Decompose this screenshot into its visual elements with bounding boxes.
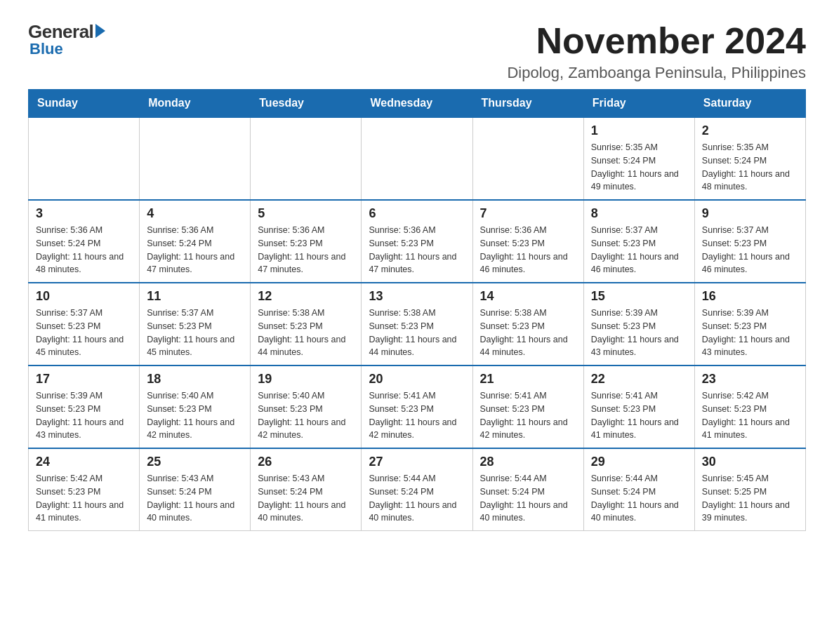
day-number: 3 [36, 206, 132, 221]
day-info: Sunrise: 5:36 AM Sunset: 5:24 PM Dayligh… [36, 224, 132, 276]
calendar-table: SundayMondayTuesdayWednesdayThursdayFrid… [28, 89, 806, 531]
page-title: November 2024 [507, 21, 806, 61]
day-number: 9 [702, 206, 798, 221]
day-number: 18 [147, 372, 243, 387]
day-number: 7 [480, 206, 576, 221]
calendar-cell: 29Sunrise: 5:44 AM Sunset: 5:24 PM Dayli… [583, 448, 694, 531]
day-info: Sunrise: 5:35 AM Sunset: 5:24 PM Dayligh… [702, 141, 798, 194]
day-info: Sunrise: 5:41 AM Sunset: 5:23 PM Dayligh… [591, 389, 687, 442]
day-info: Sunrise: 5:42 AM Sunset: 5:23 PM Dayligh… [36, 472, 132, 525]
calendar-cell [472, 117, 583, 200]
week-row-2: 3Sunrise: 5:36 AM Sunset: 5:24 PM Daylig… [29, 200, 806, 283]
calendar-cell: 17Sunrise: 5:39 AM Sunset: 5:23 PM Dayli… [29, 365, 140, 448]
week-row-1: 1Sunrise: 5:35 AM Sunset: 5:24 PM Daylig… [29, 117, 806, 200]
day-number: 11 [147, 289, 243, 304]
calendar-cell: 14Sunrise: 5:38 AM Sunset: 5:23 PM Dayli… [472, 283, 583, 365]
calendar-cell: 15Sunrise: 5:39 AM Sunset: 5:23 PM Dayli… [583, 283, 694, 365]
day-info: Sunrise: 5:39 AM Sunset: 5:23 PM Dayligh… [591, 307, 687, 359]
day-number: 23 [702, 372, 798, 387]
day-info: Sunrise: 5:44 AM Sunset: 5:24 PM Dayligh… [591, 472, 687, 525]
week-row-4: 17Sunrise: 5:39 AM Sunset: 5:23 PM Dayli… [29, 365, 806, 448]
calendar-cell: 30Sunrise: 5:45 AM Sunset: 5:25 PM Dayli… [694, 448, 805, 531]
logo-blue-text: Blue [29, 40, 63, 58]
day-info: Sunrise: 5:38 AM Sunset: 5:23 PM Dayligh… [480, 307, 576, 359]
day-number: 17 [36, 372, 132, 387]
logo-triangle-icon [95, 24, 105, 38]
day-info: Sunrise: 5:36 AM Sunset: 5:23 PM Dayligh… [480, 224, 576, 276]
calendar-cell: 9Sunrise: 5:37 AM Sunset: 5:23 PM Daylig… [694, 200, 805, 283]
day-info: Sunrise: 5:40 AM Sunset: 5:23 PM Dayligh… [258, 389, 354, 442]
calendar-cell [29, 117, 140, 200]
day-number: 27 [369, 455, 465, 469]
day-info: Sunrise: 5:41 AM Sunset: 5:23 PM Dayligh… [369, 389, 465, 442]
col-header-monday: Monday [140, 90, 251, 118]
day-info: Sunrise: 5:42 AM Sunset: 5:23 PM Dayligh… [702, 389, 798, 442]
day-info: Sunrise: 5:36 AM Sunset: 5:23 PM Dayligh… [258, 224, 354, 276]
day-info: Sunrise: 5:43 AM Sunset: 5:24 PM Dayligh… [258, 472, 354, 525]
calendar-cell: 24Sunrise: 5:42 AM Sunset: 5:23 PM Dayli… [29, 448, 140, 531]
col-header-friday: Friday [583, 90, 694, 118]
day-info: Sunrise: 5:36 AM Sunset: 5:24 PM Dayligh… [147, 224, 243, 276]
day-info: Sunrise: 5:36 AM Sunset: 5:23 PM Dayligh… [369, 224, 465, 276]
day-number: 26 [258, 455, 354, 469]
calendar-cell: 3Sunrise: 5:36 AM Sunset: 5:24 PM Daylig… [29, 200, 140, 283]
calendar-cell: 5Sunrise: 5:36 AM Sunset: 5:23 PM Daylig… [251, 200, 362, 283]
day-number: 12 [258, 289, 354, 304]
day-info: Sunrise: 5:39 AM Sunset: 5:23 PM Dayligh… [702, 307, 798, 359]
calendar-cell: 25Sunrise: 5:43 AM Sunset: 5:24 PM Dayli… [140, 448, 251, 531]
day-number: 2 [702, 123, 798, 138]
day-number: 24 [36, 455, 132, 469]
day-number: 28 [480, 455, 576, 469]
calendar-cell: 11Sunrise: 5:37 AM Sunset: 5:23 PM Dayli… [140, 283, 251, 365]
day-info: Sunrise: 5:35 AM Sunset: 5:24 PM Dayligh… [591, 141, 687, 194]
day-number: 13 [369, 289, 465, 304]
day-number: 21 [480, 372, 576, 387]
calendar-cell: 7Sunrise: 5:36 AM Sunset: 5:23 PM Daylig… [472, 200, 583, 283]
calendar-cell: 19Sunrise: 5:40 AM Sunset: 5:23 PM Dayli… [251, 365, 362, 448]
col-header-sunday: Sunday [29, 90, 140, 118]
calendar-cell: 6Sunrise: 5:36 AM Sunset: 5:23 PM Daylig… [362, 200, 472, 283]
day-number: 5 [258, 206, 354, 221]
calendar-cell: 22Sunrise: 5:41 AM Sunset: 5:23 PM Dayli… [583, 365, 694, 448]
week-row-3: 10Sunrise: 5:37 AM Sunset: 5:23 PM Dayli… [29, 283, 806, 365]
week-row-5: 24Sunrise: 5:42 AM Sunset: 5:23 PM Dayli… [29, 448, 806, 531]
day-info: Sunrise: 5:41 AM Sunset: 5:23 PM Dayligh… [480, 389, 576, 442]
calendar-cell: 27Sunrise: 5:44 AM Sunset: 5:24 PM Dayli… [362, 448, 472, 531]
calendar-cell: 16Sunrise: 5:39 AM Sunset: 5:23 PM Dayli… [694, 283, 805, 365]
day-info: Sunrise: 5:44 AM Sunset: 5:24 PM Dayligh… [480, 472, 576, 525]
calendar-cell: 20Sunrise: 5:41 AM Sunset: 5:23 PM Dayli… [362, 365, 472, 448]
day-number: 14 [480, 289, 576, 304]
calendar-cell: 26Sunrise: 5:43 AM Sunset: 5:24 PM Dayli… [251, 448, 362, 531]
day-info: Sunrise: 5:38 AM Sunset: 5:23 PM Dayligh… [369, 307, 465, 359]
calendar-cell: 10Sunrise: 5:37 AM Sunset: 5:23 PM Dayli… [29, 283, 140, 365]
calendar-cell: 4Sunrise: 5:36 AM Sunset: 5:24 PM Daylig… [140, 200, 251, 283]
day-number: 25 [147, 455, 243, 469]
day-info: Sunrise: 5:37 AM Sunset: 5:23 PM Dayligh… [147, 307, 243, 359]
day-info: Sunrise: 5:40 AM Sunset: 5:23 PM Dayligh… [147, 389, 243, 442]
calendar-cell: 21Sunrise: 5:41 AM Sunset: 5:23 PM Dayli… [472, 365, 583, 448]
day-info: Sunrise: 5:38 AM Sunset: 5:23 PM Dayligh… [258, 307, 354, 359]
day-number: 8 [591, 206, 687, 221]
col-header-wednesday: Wednesday [362, 90, 472, 118]
calendar-cell: 18Sunrise: 5:40 AM Sunset: 5:23 PM Dayli… [140, 365, 251, 448]
day-number: 16 [702, 289, 798, 304]
day-number: 19 [258, 372, 354, 387]
day-info: Sunrise: 5:37 AM Sunset: 5:23 PM Dayligh… [591, 224, 687, 276]
calendar-header-row: SundayMondayTuesdayWednesdayThursdayFrid… [29, 90, 806, 118]
calendar-cell: 28Sunrise: 5:44 AM Sunset: 5:24 PM Dayli… [472, 448, 583, 531]
col-header-thursday: Thursday [472, 90, 583, 118]
day-number: 15 [591, 289, 687, 304]
day-number: 22 [591, 372, 687, 387]
day-number: 6 [369, 206, 465, 221]
calendar-cell: 1Sunrise: 5:35 AM Sunset: 5:24 PM Daylig… [583, 117, 694, 200]
day-info: Sunrise: 5:39 AM Sunset: 5:23 PM Dayligh… [36, 389, 132, 442]
calendar-cell: 2Sunrise: 5:35 AM Sunset: 5:24 PM Daylig… [694, 117, 805, 200]
calendar-cell: 13Sunrise: 5:38 AM Sunset: 5:23 PM Dayli… [362, 283, 472, 365]
logo: General Blue [28, 21, 105, 58]
day-number: 1 [591, 123, 687, 138]
calendar-cell [251, 117, 362, 200]
day-info: Sunrise: 5:37 AM Sunset: 5:23 PM Dayligh… [702, 224, 798, 276]
calendar-cell [362, 117, 472, 200]
calendar-cell: 12Sunrise: 5:38 AM Sunset: 5:23 PM Dayli… [251, 283, 362, 365]
day-number: 10 [36, 289, 132, 304]
